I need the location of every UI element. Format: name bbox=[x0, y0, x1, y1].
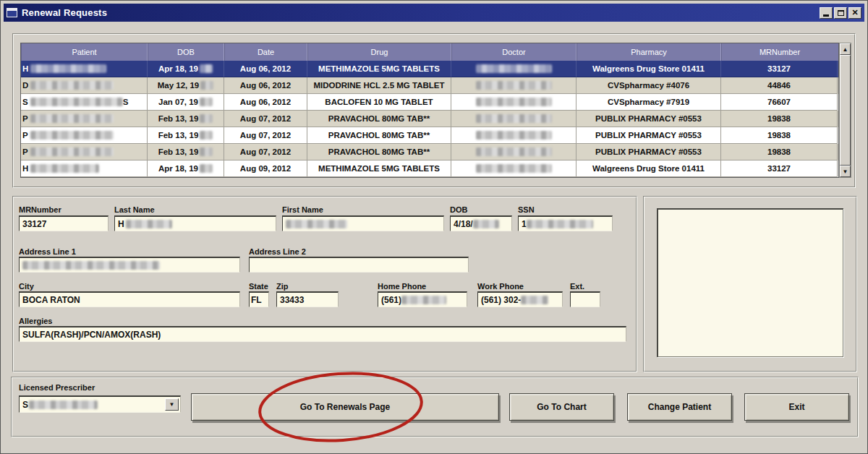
scroll-up-button[interactable]: ▲ bbox=[840, 43, 851, 55]
ext-field[interactable] bbox=[570, 291, 600, 307]
redacted-patient-name bbox=[30, 164, 99, 173]
chevron-down-icon[interactable]: ▼ bbox=[165, 398, 179, 411]
table-row[interactable]: PFeb 13, 19Aug 07, 2012PRAVACHOL 80MG TA… bbox=[21, 111, 838, 127]
mrnumber-label: MRNumber bbox=[19, 205, 61, 214]
state-field[interactable]: FL bbox=[249, 291, 269, 307]
renewal-requests-table: PatientDOBDateDrugDoctorPharmacyMRNumber… bbox=[20, 43, 839, 178]
close-icon: ✕ bbox=[851, 9, 858, 17]
minimize-icon bbox=[823, 14, 829, 17]
scrollbar-thumb[interactable] bbox=[840, 55, 851, 166]
home-phone-field[interactable]: (561) bbox=[378, 291, 467, 307]
minimize-button[interactable] bbox=[820, 7, 833, 19]
drug-cell: METHIMAZOLE 5MG TABLETS bbox=[307, 160, 451, 177]
allergies-label: Allergies bbox=[19, 317, 52, 325]
doctor-cell bbox=[451, 77, 576, 94]
doctor-cell bbox=[451, 94, 576, 111]
dob-field[interactable]: 4/18/ bbox=[450, 215, 512, 231]
column-header-date[interactable]: Date bbox=[224, 43, 307, 61]
redacted-dob-year bbox=[473, 220, 499, 228]
redacted-doctor-name bbox=[476, 147, 552, 156]
redacted-dob-year bbox=[200, 64, 213, 73]
column-header-dob[interactable]: DOB bbox=[148, 43, 224, 61]
first-name-label: First Name bbox=[282, 205, 323, 214]
patient-photo-placeholder bbox=[657, 208, 843, 357]
redacted-home-phone bbox=[401, 296, 446, 304]
doctor-cell bbox=[451, 61, 576, 77]
drug-cell: METHIMAZOLE 5MG TABLETS bbox=[307, 61, 451, 77]
mrnumber-cell: 33127 bbox=[721, 61, 838, 77]
address1-label: Address Line 1 bbox=[19, 247, 76, 256]
redacted-ssn bbox=[527, 220, 593, 228]
table-row[interactable]: HApr 18, 19Aug 09, 2012METHIMAZOLE 5MG T… bbox=[21, 160, 838, 177]
scroll-down-button[interactable]: ▼ bbox=[840, 166, 851, 177]
doctor-cell bbox=[451, 144, 576, 160]
column-header-drug[interactable]: Drug bbox=[307, 43, 451, 61]
table-row[interactable]: PFeb 13, 19Aug 07, 2012PRAVACHOL 80MG TA… bbox=[21, 144, 838, 160]
redacted-doctor-name bbox=[476, 98, 552, 106]
ssn-label: SSN bbox=[518, 205, 535, 214]
exit-button[interactable]: Exit bbox=[744, 393, 849, 421]
doctor-cell bbox=[451, 127, 576, 144]
window-title: Renewal Requests bbox=[22, 7, 107, 18]
city-field[interactable]: BOCA RATON bbox=[19, 291, 240, 307]
change-patient-button[interactable]: Change Patient bbox=[627, 393, 732, 421]
address2-label: Address Line 2 bbox=[249, 247, 306, 256]
zip-label: Zip bbox=[276, 282, 289, 291]
pharmacy-cell: Walgreens Drug Store 01411 bbox=[576, 160, 721, 177]
app-icon bbox=[7, 8, 17, 17]
table-row[interactable]: SSJan 07, 19Aug 06, 2012BACLOFEN 10 MG T… bbox=[21, 94, 838, 111]
go-to-chart-button[interactable]: Go To Chart bbox=[509, 393, 614, 421]
renewal-requests-window: Renewal Requests ✕ PatientDOBDateDrugDoc… bbox=[0, 0, 868, 454]
redacted-address1 bbox=[22, 261, 160, 270]
ssn-value: 1 bbox=[522, 219, 527, 229]
maximize-button[interactable] bbox=[834, 7, 847, 19]
last-name-field[interactable]: H bbox=[114, 215, 276, 231]
city-label: City bbox=[19, 282, 34, 291]
doctor-cell bbox=[451, 160, 576, 177]
licensed-prescriber-label: Licensed Prescriber bbox=[19, 383, 95, 392]
redacted-doctor-name bbox=[476, 164, 552, 173]
table-row[interactable]: HApr 18, 19Aug 06, 2012METHIMAZOLE 5MG T… bbox=[21, 61, 838, 77]
ssn-field[interactable]: 1 bbox=[518, 215, 613, 231]
column-header-pharmacy[interactable]: Pharmacy bbox=[576, 43, 721, 61]
column-header-mrnumber[interactable]: MRNumber bbox=[721, 43, 838, 61]
pharmacy-cell: Walgreens Drug Store 01411 bbox=[576, 61, 721, 77]
address1-field[interactable] bbox=[19, 257, 240, 273]
prescriber-value: S bbox=[22, 400, 28, 410]
go-to-renewals-page-button[interactable]: Go To Renewals Page bbox=[191, 393, 499, 421]
licensed-prescriber-dropdown[interactable]: S ▼ bbox=[19, 395, 181, 413]
patient-cell: H bbox=[21, 61, 148, 77]
table-row[interactable]: DMay 12, 19Aug 06, 2012MIDODRINE HCL 2.5… bbox=[21, 77, 838, 94]
redacted-doctor-name bbox=[476, 131, 552, 140]
pharmacy-cell: CVSpharmacy #7919 bbox=[576, 94, 721, 111]
mrnumber-cell: 19838 bbox=[721, 111, 838, 127]
patient-cell: D bbox=[21, 77, 148, 94]
zip-field[interactable]: 33433 bbox=[276, 291, 339, 307]
drug-cell: BACLOFEN 10 MG TABLET bbox=[307, 94, 451, 111]
redacted-first-name bbox=[286, 220, 347, 228]
redacted-patient-name bbox=[30, 98, 123, 106]
home-phone-label: Home Phone bbox=[378, 282, 426, 291]
allergies-field[interactable]: SULFA(RASH)/PCN/AMOX(RASH) bbox=[19, 326, 626, 342]
column-header-patient[interactable]: Patient bbox=[21, 43, 148, 61]
redacted-doctor-name bbox=[476, 81, 552, 90]
mrnumber-cell: 19838 bbox=[721, 144, 838, 160]
mrnumber-field[interactable]: 33127 bbox=[19, 215, 109, 231]
date-cell: Aug 06, 2012 bbox=[224, 77, 307, 94]
table-header: PatientDOBDateDrugDoctorPharmacyMRNumber bbox=[21, 43, 838, 61]
patient-cell: P bbox=[21, 127, 148, 144]
redacted-dob-year bbox=[200, 164, 213, 173]
redacted-doctor-name bbox=[476, 64, 552, 73]
table-body: HApr 18, 19Aug 06, 2012METHIMAZOLE 5MG T… bbox=[21, 61, 838, 177]
address2-field[interactable] bbox=[249, 257, 469, 273]
vertical-scrollbar[interactable]: ▲ ▼ bbox=[839, 43, 851, 178]
state-value: FL bbox=[251, 295, 262, 305]
first-name-field[interactable] bbox=[282, 215, 444, 231]
title-bar[interactable]: Renewal Requests ✕ bbox=[4, 4, 864, 22]
date-cell: Aug 06, 2012 bbox=[224, 61, 307, 77]
work-phone-field[interactable]: (561) 302- bbox=[477, 291, 563, 307]
table-row[interactable]: PFeb 13, 19Aug 07, 2012PRAVACHOL 80MG TA… bbox=[21, 127, 838, 144]
column-header-doctor[interactable]: Doctor bbox=[451, 43, 576, 61]
close-button[interactable]: ✕ bbox=[848, 7, 861, 19]
dob-cell: Feb 13, 19 bbox=[148, 127, 224, 144]
